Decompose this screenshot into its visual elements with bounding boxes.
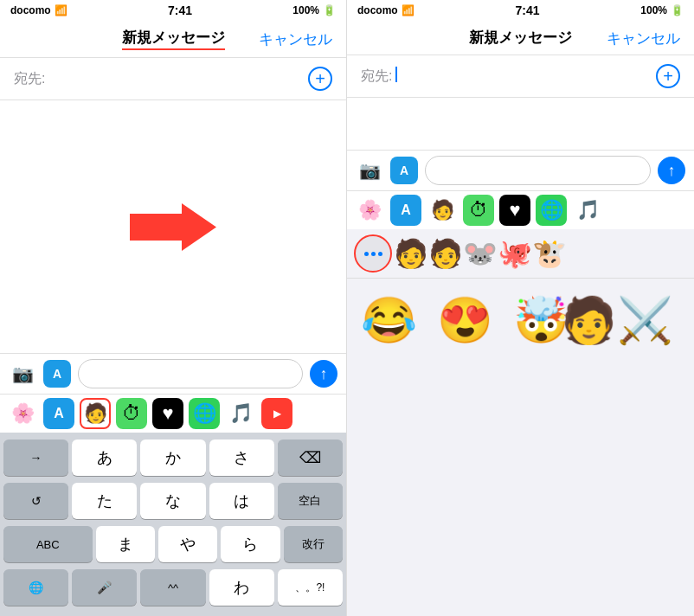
bottom-input-bar-left: 📷 A ↑ bbox=[0, 353, 346, 394]
key-undo[interactable]: ↺ bbox=[3, 483, 68, 519]
music-icon-left[interactable]: 🎵 bbox=[225, 398, 256, 429]
key-enter[interactable]: 改行 bbox=[284, 526, 343, 562]
camera-button-right[interactable]: 📷 bbox=[356, 157, 383, 184]
cursor-right bbox=[395, 67, 397, 82]
key-globe[interactable]: 🌐 bbox=[3, 569, 68, 606]
send-button-right[interactable]: ↑ bbox=[658, 157, 685, 184]
key-sa[interactable]: さ bbox=[209, 440, 274, 476]
nav-title-right: 新規メッセージ bbox=[469, 28, 572, 48]
battery-left: 100% bbox=[292, 4, 319, 16]
memoji-icon-right[interactable]: 🧑 bbox=[427, 195, 458, 226]
recent-icon-right[interactable]: ⏱ bbox=[463, 195, 494, 226]
key-abc[interactable]: ABC bbox=[3, 526, 93, 562]
globe-icon-right[interactable]: 🌐 bbox=[536, 195, 567, 226]
time-left: 7:41 bbox=[168, 3, 192, 17]
battery-icon-left: 🔋 bbox=[323, 4, 336, 16]
to-label-right: 宛先: bbox=[361, 67, 392, 86]
key-punct[interactable]: 、。?! bbox=[278, 569, 343, 606]
key-ta[interactable]: た bbox=[72, 483, 137, 519]
to-field-right: 宛先: + bbox=[347, 55, 694, 98]
emoji-bar-left: 🌸 A 🧑 ⏱ ♥ 🌐 🎵 ▶ bbox=[0, 394, 346, 433]
key-ya[interactable]: や bbox=[158, 526, 217, 562]
japanese-keyboard-left: → あ か さ ⌫ ↺ た な は 空白 ABC ま や ら 改行 🌐 🎤 ^^… bbox=[0, 433, 346, 616]
nav-title-left: 新規メッセージ bbox=[122, 28, 225, 48]
svg-marker-0 bbox=[130, 203, 216, 251]
dot-1 bbox=[364, 252, 369, 256]
sticker-top-row: 🧑 🧑 🐭 🐙 🐮 bbox=[347, 229, 694, 279]
send-button-left[interactable]: ↑ bbox=[310, 360, 337, 388]
sticker-cow[interactable]: 🐮 bbox=[534, 238, 565, 269]
key-arrow-left[interactable]: → bbox=[3, 440, 68, 476]
sticker-warrior[interactable]: 🧑‍⚔️ bbox=[582, 286, 652, 355]
keyboard-row-4: 🌐 🎤 ^^ わ 、。?! bbox=[3, 569, 343, 606]
battery-right: 100% bbox=[640, 4, 667, 16]
message-text-input-left[interactable] bbox=[78, 359, 303, 388]
more-apps-left[interactable]: ▶ bbox=[261, 398, 292, 429]
photos-icon-right[interactable]: 🌸 bbox=[354, 195, 385, 226]
sticker-hearts-eyes[interactable]: 😍 bbox=[430, 286, 499, 355]
wifi-icon: 📶 bbox=[55, 4, 67, 16]
right-panel: docomo 📶 7:41 100% 🔋 新規メッセージ キャンセル 宛先: +… bbox=[347, 0, 694, 616]
key-na[interactable]: な bbox=[140, 483, 205, 519]
keyboard-row-1: → あ か さ ⌫ bbox=[3, 440, 343, 476]
status-bar-right: docomo 📶 7:41 100% 🔋 bbox=[347, 0, 694, 21]
message-text-input-right[interactable] bbox=[425, 156, 651, 185]
sticker-person-2[interactable]: 🧑 bbox=[430, 238, 461, 269]
memoji-icon-left[interactable]: 🧑 bbox=[80, 398, 111, 429]
to-field-left: 宛先: + bbox=[0, 58, 346, 100]
key-ha[interactable]: は bbox=[209, 483, 274, 519]
key-space[interactable]: 空白 bbox=[278, 483, 343, 519]
key-ra[interactable]: ら bbox=[221, 526, 280, 562]
photos-icon-left[interactable]: 🌸 bbox=[7, 398, 38, 429]
heart-icon-right[interactable]: ♥ bbox=[499, 195, 530, 226]
nav-bar-left: 新規メッセージ キャンセル bbox=[0, 21, 346, 58]
add-recipient-button-left[interactable]: + bbox=[308, 67, 332, 91]
key-ma[interactable]: ま bbox=[96, 526, 155, 562]
sticker-person-1[interactable]: 🧑 bbox=[395, 238, 427, 269]
globe-icon-left[interactable]: 🌐 bbox=[189, 398, 220, 429]
nav-title-underline-left bbox=[122, 48, 225, 50]
bottom-input-bar-right: 📷 A ↑ bbox=[347, 150, 694, 190]
sticker-laughing[interactable]: 😂 bbox=[354, 286, 423, 355]
key-a[interactable]: あ bbox=[72, 440, 137, 476]
carrier-left: docomo bbox=[10, 4, 51, 16]
key-caret[interactable]: ^^ bbox=[140, 569, 205, 606]
emoji-bar-right: 🌸 A 🧑 ⏱ ♥ 🌐 🎵 bbox=[347, 190, 694, 229]
to-label-left: 宛先: bbox=[14, 70, 45, 88]
cancel-button-left[interactable]: キャンセル bbox=[259, 29, 332, 49]
appstore-button-right[interactable]: A bbox=[390, 157, 418, 184]
key-wa[interactable]: わ bbox=[209, 569, 274, 606]
more-stickers-button[interactable] bbox=[354, 234, 392, 273]
status-bar-left: docomo 📶 7:41 100% 🔋 bbox=[0, 0, 346, 21]
appstore-icon-right[interactable]: A bbox=[390, 195, 421, 226]
music-icon-right[interactable]: 🎵 bbox=[572, 195, 603, 226]
dot-2 bbox=[371, 252, 376, 256]
add-recipient-button-right[interactable]: + bbox=[656, 64, 680, 88]
key-mic[interactable]: 🎤 bbox=[72, 569, 137, 606]
sticker-mouse[interactable]: 🐭 bbox=[465, 238, 496, 269]
sticker-grid: 😂 😍 🤯 🧑‍⚔️ bbox=[347, 279, 694, 616]
keyboard-row-3: ABC ま や ら 改行 bbox=[3, 526, 343, 562]
nav-bar-right: 新規メッセージ キャンセル bbox=[347, 21, 694, 55]
more-dots bbox=[364, 252, 382, 256]
right-arrow-icon bbox=[130, 203, 216, 251]
recent-icon-left[interactable]: ⏱ bbox=[116, 398, 147, 429]
key-ka[interactable]: か bbox=[140, 440, 205, 476]
key-backspace[interactable]: ⌫ bbox=[278, 440, 343, 476]
message-body-right bbox=[347, 98, 694, 150]
cancel-button-right[interactable]: キャンセル bbox=[607, 28, 680, 48]
carrier-right: docomo bbox=[357, 4, 398, 16]
dot-3 bbox=[378, 252, 382, 256]
arrow-container bbox=[0, 100, 346, 353]
wifi-icon-right: 📶 bbox=[402, 4, 414, 16]
sticker-octopus[interactable]: 🐙 bbox=[499, 238, 530, 269]
heart-icon-left[interactable]: ♥ bbox=[152, 398, 183, 429]
to-input-right[interactable] bbox=[395, 67, 652, 86]
keyboard-row-2: ↺ た な は 空白 bbox=[3, 483, 343, 519]
appstore-button-left[interactable]: A bbox=[43, 360, 71, 388]
message-body-left bbox=[0, 100, 346, 353]
camera-button-left[interactable]: 📷 bbox=[9, 360, 36, 388]
appstore-icon-left[interactable]: A bbox=[43, 398, 74, 429]
time-right: 7:41 bbox=[515, 3, 539, 17]
battery-icon-right: 🔋 bbox=[671, 4, 684, 16]
